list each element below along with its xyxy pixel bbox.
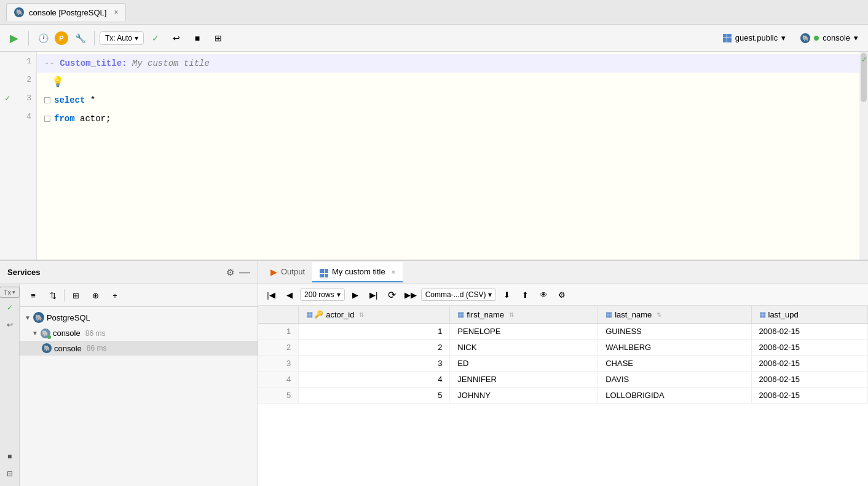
results-panel: ▶ Output My custom title × |◀ ◀ 200 rows (258, 261, 868, 486)
main-toolbar: ▶ 🕐 P 🔧 Tx: Auto ▾ ✓ ↩ ■ ⊞ guest.public … (0, 25, 868, 52)
actor-id-col-icon: ▦ 🔑 (306, 310, 323, 319)
th-first-name[interactable]: ▦ first_name ⇅ (450, 306, 598, 323)
tx-arrow: ▾ (135, 34, 138, 42)
schema-selector[interactable]: guest.public ▾ (718, 31, 791, 45)
results-toolbar: |◀ ◀ 200 rows ▾ ▶ ▶| ⟳ ▶▶ Comma-...d (CS… (258, 284, 868, 306)
rows-label: 200 rows (304, 290, 334, 299)
check-button[interactable]: ✓ (146, 29, 165, 47)
editor-gutter: 1 2 ✓ 3 4 (0, 52, 37, 260)
tab-custom-title-close[interactable]: × (392, 268, 395, 276)
th-actor-id[interactable]: ▦ 🔑 actor_id ⇅ (299, 306, 450, 323)
tree-item-console-1[interactable]: ▼ 🐘 console 86 ms (20, 325, 258, 341)
history-button[interactable]: 🕐 (34, 29, 52, 47)
tab-label: console [PostgreSQL] (29, 8, 106, 17)
col-last-name-label: last_name (615, 310, 652, 319)
cell-actor-id-1: 1 (299, 323, 450, 339)
code-star: * (85, 95, 95, 105)
rows-arrow: ▾ (337, 290, 341, 299)
prev-row-button[interactable]: ◀ (282, 287, 298, 303)
table-row[interactable]: 4 4 JENNIFER DAVIS 2006-02-15 (258, 371, 868, 387)
tree-console1-icon-wrap: 🐘 (41, 328, 50, 338)
last-upd-col-icon: ▦ (759, 310, 766, 319)
tree-arrow-pg: ▼ (25, 314, 31, 321)
run-button[interactable]: ▶ (5, 29, 23, 47)
tree-item-console-2[interactable]: 🐘 console 86 ms (20, 341, 258, 356)
line-num-2: 2 (0, 70, 36, 89)
console-pg-icon: 🐘 (800, 33, 810, 43)
code-from: from (54, 114, 75, 124)
view-button[interactable]: 👁 (535, 287, 551, 303)
bulb-icon: 💡 (52, 76, 64, 88)
last-name-col-icon: ▦ (606, 310, 612, 319)
tab-custom-title[interactable]: My custom title × (312, 262, 403, 283)
tree-pg-icon: 🐘 (33, 312, 44, 323)
rows-selector[interactable]: 200 rows ▾ (300, 289, 345, 301)
cell-last-upd-4: 2006-02-15 (751, 371, 868, 387)
first-name-sort: ⇅ (509, 311, 514, 318)
srv-add-btn[interactable]: ⊕ (87, 287, 104, 304)
toolbar-separator-1 (28, 31, 29, 46)
services-gear-icon[interactable]: ⚙ (226, 267, 234, 278)
cell-actor-id-3: 3 (299, 355, 450, 371)
undo-button[interactable]: ↩ (167, 29, 186, 47)
cell-last-upd-3: 2006-02-15 (751, 355, 868, 371)
services-minus-icon[interactable]: — (239, 266, 250, 279)
wrench-button[interactable]: 🔧 (71, 29, 89, 47)
table-settings-button[interactable]: ⚙ (554, 287, 570, 303)
strip-check-btn[interactable]: ✓ (2, 300, 17, 315)
cell-actor-id-2: 2 (299, 339, 450, 355)
strip-undo-btn[interactable]: ↩ (2, 317, 17, 332)
cell-last-name-3: CHASE (598, 355, 751, 371)
col-last-upd-label: last_upd (768, 310, 799, 319)
format-selector[interactable]: Comma-...d (CSV) ▾ (421, 289, 497, 301)
tab-close-button[interactable]: × (114, 8, 118, 17)
editor-content[interactable]: -- Custom_title: My custom title 💡 selec… (37, 52, 868, 260)
tab-custom-title-label: My custom title (332, 267, 385, 276)
tx-strip-label[interactable]: Tx ▾ (0, 287, 20, 298)
line-num-3: ✓ 3 (0, 89, 36, 107)
last-row-button[interactable]: ▶| (366, 287, 382, 303)
tree-arrow-console1: ▼ (32, 330, 38, 337)
tree-console1-label: console (53, 329, 81, 338)
download-button[interactable]: ⬇ (499, 287, 515, 303)
cell-last-name-5: LOLLOBRIGIDA (598, 387, 751, 403)
table-row[interactable]: 2 2 NICK WAHLBERG 2006-02-15 (258, 339, 868, 355)
cell-last-upd-1: 2006-02-15 (751, 323, 868, 339)
next-row-button[interactable]: ▶ (347, 287, 363, 303)
refresh-button[interactable]: ⟳ (384, 287, 400, 303)
grid-button[interactable]: ⊞ (209, 29, 227, 47)
table-row[interactable]: 3 3 ED CHASE 2006-02-15 (258, 355, 868, 371)
p-button[interactable]: P (55, 31, 68, 45)
tree-console1-time: 86 ms (85, 329, 106, 338)
editor-scrollbar[interactable]: ✓ (859, 52, 868, 260)
console-selector[interactable]: 🐘 console ▾ (795, 31, 863, 46)
srv-grid-btn[interactable]: ⊞ (67, 287, 84, 304)
code-table: actor; (75, 114, 111, 124)
editor-area[interactable]: 1 2 ✓ 3 4 -- Custom_title: My custom tit… (0, 52, 868, 261)
th-row-num (258, 306, 299, 323)
stop-button[interactable]: ■ (188, 29, 207, 47)
table-row[interactable]: 1 1 PENELOPE GUINESS 2006-02-15 (258, 323, 868, 339)
tab-output[interactable]: ▶ Output (263, 263, 312, 282)
row-num-3: 3 (258, 355, 299, 371)
row-num-1: 1 (258, 323, 299, 339)
tree-item-postgresql[interactable]: ▼ 🐘 PostgreSQL (20, 309, 258, 325)
srv-plus-btn[interactable]: + (106, 287, 124, 304)
srv-filter2-btn[interactable]: ⇅ (44, 287, 61, 304)
strip-stop-btn[interactable]: ■ (2, 449, 17, 464)
data-table-wrapper[interactable]: ▦ 🔑 actor_id ⇅ ▦ first_name (258, 306, 868, 486)
console-tab[interactable]: 🐘 console [PostgreSQL] × (6, 3, 126, 21)
console-label: console (823, 33, 850, 42)
strip-grid-btn[interactable]: ⊟ (2, 466, 17, 481)
first-row-button[interactable]: |◀ (263, 287, 279, 303)
extra-nav-button[interactable]: ▶▶ (403, 287, 419, 303)
line3-check-icon: ✓ (5, 93, 10, 103)
upload-button[interactable]: ⬆ (517, 287, 533, 303)
th-last-name[interactable]: ▦ last_name ⇅ (598, 306, 751, 323)
th-last-upd[interactable]: ▦ last_upd (751, 306, 868, 323)
format-label: Comma-...d (CSV) (425, 290, 486, 299)
services-header: Services ⚙ — (0, 261, 258, 284)
table-row[interactable]: 5 5 JOHNNY LOLLOBRIGIDA 2006-02-15 (258, 387, 868, 403)
srv-filter-btn[interactable]: ≡ (25, 287, 42, 304)
tx-selector[interactable]: Tx: Auto ▾ (100, 31, 144, 45)
